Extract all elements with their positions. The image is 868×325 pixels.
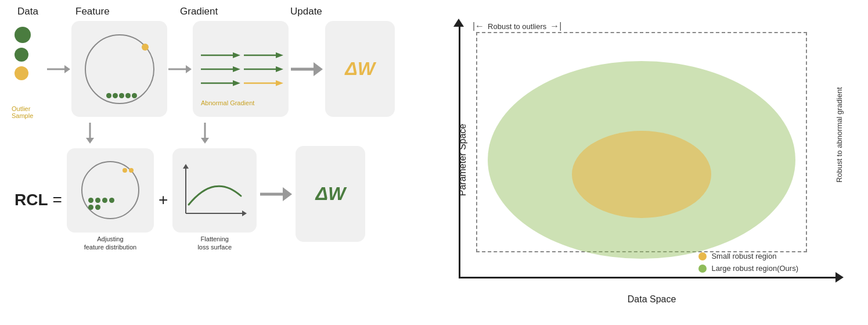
svg-marker-1: [233, 52, 240, 58]
cluster-dot-sm-2: [95, 198, 100, 203]
chart-legend: Small robust region Large robust region(…: [698, 252, 798, 273]
right-panel: Parameter Space Data Space |← Robust to …: [406, 0, 868, 325]
big-arrow-gradient-to-update: [291, 60, 323, 78]
x-axis-arrow: [835, 272, 844, 283]
left-panel: Data Feature Gradient Update Outlier Sam…: [0, 0, 406, 325]
loss-box: [172, 148, 257, 233]
svg-marker-13: [242, 210, 247, 216]
svg-marker-3: [276, 52, 283, 58]
green-dot-large: [15, 27, 31, 43]
rcl-label: RCL: [15, 191, 48, 209]
yellow-dot-sm-1: [123, 168, 127, 173]
feature-circle-bottom: [81, 161, 139, 219]
arrow-feature-to-gradient: [168, 63, 192, 75]
bracket-right-outliers: →|: [550, 21, 561, 31]
arrow-down-feature: [84, 123, 96, 144]
cluster-dot-5: [132, 93, 137, 98]
legend-item-small: Small robust region: [698, 252, 798, 260]
legend-small-label: Small robust region: [711, 252, 776, 260]
label-data: Data: [17, 6, 70, 17]
green-arrow-svg-1b: [244, 51, 284, 60]
y-axis-label: Parameter Space: [458, 123, 468, 196]
update-box-top: ΔW: [325, 21, 395, 117]
label-update: Update: [290, 6, 360, 17]
label-gradient: Gradient: [180, 6, 284, 17]
arrow-down-gradient: [199, 123, 211, 144]
loss-box-wrap: Flatteningloss surface: [172, 148, 257, 252]
down-arrow-feature: [84, 123, 96, 144]
svg-marker-7: [276, 66, 283, 72]
feature-box-bottom-wrap: Adjustingfeature distribution: [67, 148, 154, 252]
cluster-dots-top: [106, 93, 137, 98]
robust-abnormal-text: Robust to abnormal gradient: [835, 87, 844, 183]
plus-label: +: [159, 191, 168, 209]
robust-abnormal-label: Robust to abnormal gradient: [835, 87, 844, 183]
cluster-dot-4: [125, 93, 131, 98]
data-box: Outlier Sample: [12, 21, 46, 117]
cluster-dot-sm-6: [95, 205, 100, 210]
robust-outliers-label: |← Robust to outliers →|: [473, 21, 561, 31]
green-arrow-svg-1: [201, 51, 242, 60]
gradient-arrow-3: [201, 78, 284, 88]
big-arrow-rcl-to-update: [260, 185, 292, 203]
column-labels: Data Feature Gradient Update: [12, 6, 395, 17]
abnormal-gradient-label: Abnormal Gradient: [201, 99, 254, 106]
top-row: Outlier Sample: [12, 21, 395, 117]
bottom-row: RCL =: [12, 146, 395, 253]
chart-area: Parameter Space Data Space |← Robust to …: [424, 12, 851, 308]
flattening-label: Flatteningloss surface: [172, 235, 257, 252]
mid-arrows-row: [12, 123, 395, 144]
cluster-dots-bottom: [88, 198, 117, 210]
svg-point-17: [572, 131, 711, 218]
equals-label: =: [53, 191, 62, 209]
green-arrow-svg-2: [201, 65, 242, 74]
cluster-dot-1: [106, 93, 111, 98]
gradient-arrow-2: [201, 65, 284, 74]
outlier-sample-label: Outlier Sample: [12, 105, 46, 119]
legend-dot-green: [698, 265, 707, 273]
adjusting-label: Adjustingfeature distribution: [67, 235, 154, 252]
y-axis-arrow: [453, 19, 464, 27]
legend-dot-yellow: [698, 252, 707, 260]
green-arrow-svg-3: [201, 78, 242, 88]
yellow-arrow-svg: [244, 78, 284, 88]
green-arrow-svg-2b: [244, 65, 284, 74]
robust-outliers-text: Robust to outliers: [488, 22, 546, 31]
cluster-dot-3: [119, 93, 124, 98]
svg-marker-9: [233, 80, 240, 86]
loss-surface-svg: [180, 161, 250, 219]
svg-marker-5: [233, 66, 240, 72]
delta-w-green: ΔW: [315, 183, 345, 205]
update-box-bottom: ΔW: [296, 146, 365, 242]
svg-marker-11: [276, 80, 283, 86]
gradient-arrow-1: [201, 51, 284, 60]
cluster-dot-sm-3: [102, 198, 107, 203]
outlier-yellow-dot-sm: [142, 44, 149, 51]
cluster-dot-sm-1: [88, 198, 93, 203]
arrow-data-to-feature: [47, 63, 70, 75]
legend-item-large: Large robust region(Ours): [698, 264, 798, 273]
yellow-dot-sm-2: [129, 168, 134, 173]
cluster-dot-sm-5: [88, 205, 93, 210]
feature-box-top: [71, 21, 167, 117]
x-axis-label: Data Space: [628, 294, 676, 305]
feature-circle-top: [85, 34, 154, 104]
label-feature: Feature: [75, 6, 174, 17]
yellow-dots-top: [123, 168, 134, 173]
yellow-ellipse-svg: [467, 41, 816, 279]
cluster-dot-2: [113, 93, 118, 98]
gradient-box-top: Abnormal Gradient: [193, 21, 289, 117]
yellow-dot-outlier: [15, 66, 28, 80]
bracket-left-outliers: |←: [473, 21, 484, 31]
svg-marker-15: [183, 164, 189, 169]
delta-w-yellow: ΔW: [345, 58, 375, 80]
green-dot-medium: [15, 48, 28, 62]
legend-large-label: Large robust region(Ours): [711, 264, 798, 273]
feature-box-bottom: [67, 148, 154, 233]
down-arrow-gradient: [199, 123, 211, 144]
cluster-dot-sm-4: [109, 198, 114, 203]
